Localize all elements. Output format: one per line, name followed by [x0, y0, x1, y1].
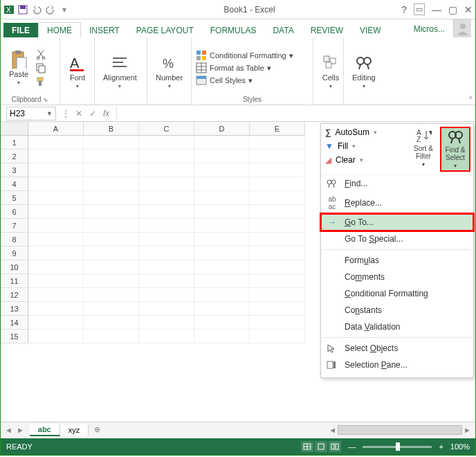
editing-button[interactable]: Editing▾ — [348, 45, 380, 99]
cell-styles-button[interactable]: Cell Styles ▾ — [196, 75, 293, 86]
maximize-icon[interactable]: ▢ — [448, 4, 457, 15]
formula-bar-input[interactable] — [116, 107, 470, 120]
dropdown-icon[interactable]: ▼ — [46, 110, 53, 117]
row-header[interactable]: 6 — [1, 205, 28, 219]
tab-page-layout[interactable]: PAGE LAYOUT — [128, 23, 202, 38]
new-sheet-icon[interactable]: ⊕ — [89, 424, 106, 436]
row-header[interactable]: 8 — [1, 233, 28, 247]
sort-filter-button[interactable]: AZ Sort & Filter▾ — [408, 127, 439, 172]
zoom-out-icon[interactable]: — — [348, 442, 356, 451]
name-box[interactable]: H23 ▼ — [6, 107, 56, 120]
row-header[interactable]: 3 — [1, 163, 28, 177]
enter-formula-icon[interactable]: ✓ — [89, 109, 96, 118]
row-header[interactable]: 14 — [1, 316, 28, 330]
font-button[interactable]: A Font▾ — [64, 45, 91, 99]
cut-icon[interactable] — [35, 48, 46, 60]
svg-point-4 — [460, 24, 466, 29]
row-header[interactable]: 15 — [1, 330, 28, 343]
tab-view[interactable]: VIEW — [351, 23, 390, 38]
close-icon[interactable]: ✕ — [464, 4, 473, 15]
cells-button[interactable]: Cells▾ — [318, 45, 344, 99]
tab-data[interactable]: DATA — [264, 23, 302, 38]
help-icon[interactable]: ? — [401, 4, 407, 15]
svg-rect-47 — [327, 361, 333, 368]
column-header[interactable]: C — [139, 122, 194, 136]
number-button[interactable]: % Number▾ — [152, 45, 187, 99]
page-layout-view-icon[interactable] — [315, 441, 327, 452]
alignment-button[interactable]: Alignment▾ — [99, 45, 141, 99]
normal-view-icon[interactable] — [301, 441, 313, 452]
select-all-cell[interactable] — [1, 122, 28, 136]
menu-comments[interactable]: Comments — [321, 269, 473, 285]
format-painter-icon[interactable] — [35, 76, 46, 87]
undo-icon[interactable] — [31, 4, 42, 15]
horizontal-scrollbar[interactable] — [338, 425, 462, 435]
menu-find[interactable]: Find... — [321, 175, 473, 192]
ribbon-display-icon[interactable]: ▭ — [414, 3, 425, 15]
column-header[interactable]: D — [194, 122, 250, 136]
sheet-nav-next-icon[interactable]: ► — [17, 426, 24, 434]
copy-icon[interactable] — [35, 62, 46, 73]
column-header[interactable]: A — [28, 122, 84, 136]
menu-selection-pane[interactable]: Selection Pane... — [321, 357, 473, 373]
row-header[interactable]: 1 — [1, 136, 28, 150]
menu-data-validation[interactable]: Data Validation — [321, 319, 473, 335]
menu-replace[interactable]: abacReplace... — [321, 192, 473, 214]
tab-micros[interactable]: Micros... — [405, 21, 453, 37]
redo-icon[interactable] — [45, 4, 56, 15]
collapse-ribbon-icon[interactable]: ^ — [469, 95, 473, 103]
svg-line-41 — [451, 138, 452, 143]
tab-home[interactable]: HOME — [38, 22, 81, 38]
row-header[interactable]: 7 — [1, 219, 28, 233]
menu-select-objects[interactable]: Select Objects — [321, 340, 473, 357]
tab-formulas[interactable]: FORMULAS — [202, 23, 265, 38]
save-icon[interactable] — [17, 4, 28, 15]
column-header[interactable]: E — [250, 122, 305, 136]
row-header[interactable]: 9 — [1, 247, 28, 260]
row-header[interactable]: 4 — [1, 177, 28, 191]
svg-rect-12 — [37, 78, 43, 81]
menu-goto-special[interactable]: Go To Special... — [321, 231, 473, 247]
sheet-nav-prev-icon[interactable]: ◄ — [5, 426, 12, 434]
row-header[interactable]: 5 — [1, 191, 28, 205]
svg-rect-29 — [196, 76, 206, 79]
zoom-slider[interactable] — [363, 446, 432, 448]
menu-constants[interactable]: Constants — [321, 302, 473, 319]
qat-dropdown-icon[interactable]: ▾ — [59, 4, 70, 15]
alignment-label: Alignment — [103, 73, 137, 82]
column-header[interactable]: B — [84, 122, 139, 136]
menu-formulas[interactable]: Formulas — [321, 252, 473, 269]
row-header[interactable]: 10 — [1, 260, 28, 274]
sheet-tab-abc[interactable]: abc — [30, 424, 60, 436]
row-header[interactable]: 13 — [1, 302, 28, 316]
paste-button[interactable]: Paste ▾ — [5, 41, 33, 95]
tab-file[interactable]: FILE — [3, 23, 38, 38]
hscroll-left-icon[interactable]: ◄ — [329, 426, 336, 434]
row-header[interactable]: 2 — [1, 150, 28, 163]
window-title: Book1 - Excel — [98, 5, 401, 15]
menu-goto[interactable]: →Go To... — [321, 214, 473, 231]
tab-insert[interactable]: INSERT — [81, 23, 128, 38]
zoom-level[interactable]: 100% — [450, 442, 470, 451]
hscroll-right-icon[interactable]: ► — [464, 426, 471, 434]
page-break-view-icon[interactable] — [329, 441, 341, 452]
font-label: Font — [70, 73, 85, 82]
find-select-button[interactable]: Find & Select▾ — [440, 127, 470, 172]
row-header[interactable]: 11 — [1, 274, 28, 288]
clear-button[interactable]: ◢ Clear ▾ — [324, 154, 405, 165]
conditional-formatting-button[interactable]: Conditional Formatting ▾ — [196, 50, 293, 61]
cells-label: Cells — [322, 73, 339, 82]
menu-cond-format[interactable]: Conditional Formatting — [321, 285, 473, 302]
tab-review[interactable]: REVIEW — [302, 23, 351, 38]
zoom-in-icon[interactable]: + — [439, 442, 443, 451]
svg-text:X: X — [6, 6, 11, 14]
fx-icon[interactable]: fx — [103, 109, 109, 118]
sheet-tab-xyz[interactable]: xyz — [60, 424, 89, 436]
user-avatar-icon[interactable] — [453, 19, 471, 37]
fill-button[interactable]: ▼ Fill ▾ — [324, 141, 405, 152]
row-header[interactable]: 12 — [1, 288, 28, 302]
format-as-table-button[interactable]: Format as Table ▾ — [196, 62, 293, 73]
autosum-button[interactable]: ∑ AutoSum ▾ — [324, 127, 405, 138]
minimize-icon[interactable]: — — [432, 4, 441, 15]
cancel-formula-icon[interactable]: ✕ — [75, 109, 82, 118]
